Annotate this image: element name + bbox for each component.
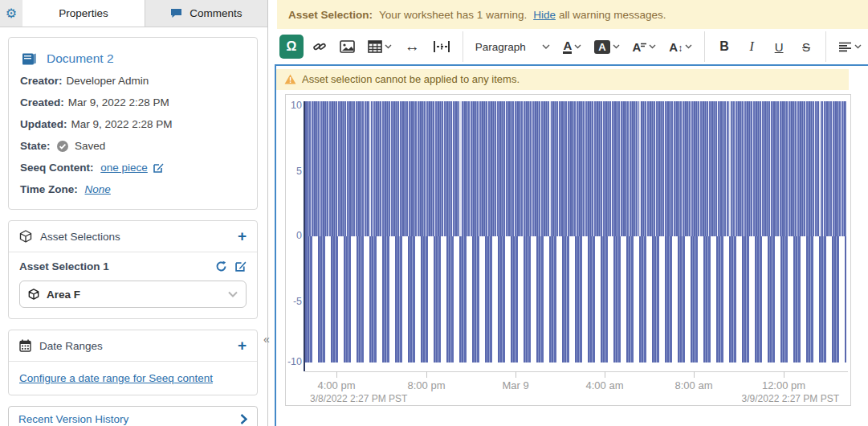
chevron-down-icon bbox=[385, 44, 392, 49]
edit-asset-selection-icon[interactable] bbox=[235, 260, 247, 272]
align-left-icon bbox=[838, 42, 852, 52]
x-tick bbox=[516, 371, 516, 378]
x-tick-label: 8:00 pm bbox=[408, 379, 446, 391]
text-align-button[interactable] bbox=[834, 35, 866, 59]
selected-asset-label: Area F bbox=[47, 289, 80, 301]
cube-icon bbox=[19, 230, 32, 243]
created-value: Mar 9, 2022 2:28 PM bbox=[68, 96, 169, 109]
worksheet-warning-bar: Asset Selection: Your worksheet has 1 wa… bbox=[277, 0, 868, 29]
table-icon bbox=[368, 40, 382, 53]
font-family-button[interactable]: A bbox=[629, 35, 661, 59]
chevron-down-icon bbox=[613, 44, 620, 49]
image-icon bbox=[340, 40, 355, 53]
time-zone-row: Time Zone: None bbox=[20, 182, 246, 196]
underline-button[interactable]: U bbox=[768, 35, 790, 59]
signal-plot-upper bbox=[305, 101, 846, 236]
font-color-button[interactable]: A bbox=[559, 35, 585, 59]
chevron-down-icon bbox=[574, 44, 581, 49]
italic-button[interactable]: I bbox=[740, 35, 763, 59]
warning-triangle-icon bbox=[284, 74, 296, 84]
paragraph-style-dropdown[interactable]: Paragraph bbox=[471, 35, 555, 59]
updated-value: Mar 9, 2022 2:28 PM bbox=[71, 118, 173, 130]
toolbar-separator bbox=[704, 31, 705, 62]
time-zone-label: Time Zone: bbox=[20, 183, 78, 195]
document-editor[interactable]: Asset selection cannot be applied to any… bbox=[275, 64, 868, 426]
fixed-width-button[interactable]: ↔ bbox=[401, 35, 424, 59]
gear-icon: ⚙ bbox=[6, 6, 17, 21]
y-tick-label: -10 bbox=[286, 356, 302, 367]
trend-chart: 10 5 0 -5 -10 4:00 pm 8:00 pm Mar 9 4:00… bbox=[285, 94, 851, 406]
add-date-range-button[interactable]: + bbox=[238, 339, 247, 352]
asset-select-dropdown[interactable]: Area F bbox=[19, 281, 247, 308]
range-start-timestamp: 3/8/2022 2:27 PM PST bbox=[310, 393, 407, 404]
insert-table-button[interactable] bbox=[364, 35, 396, 59]
highlight-color-button[interactable]: A bbox=[590, 35, 623, 59]
bold-button[interactable]: B bbox=[713, 35, 736, 59]
x-tick bbox=[336, 371, 337, 378]
time-zone-link[interactable]: None bbox=[85, 183, 111, 195]
range-end-timestamp: 3/9/2022 2:27 PM PST bbox=[742, 393, 839, 404]
font-family-icon: A bbox=[633, 40, 647, 54]
seeq-content-label: Seeq Content: bbox=[20, 162, 94, 174]
arrows-horizontal-icon: ↔ bbox=[405, 38, 420, 55]
y-tick-label: 10 bbox=[286, 100, 302, 111]
signal-plot-lower bbox=[305, 236, 846, 363]
y-tick-label: -5 bbox=[286, 296, 302, 307]
highlight-color-icon: A bbox=[594, 40, 609, 54]
warning-message: Your worksheet has 1 warning. bbox=[379, 9, 527, 21]
document-card: Document 2 Creator:Developer Admin Creat… bbox=[8, 37, 258, 210]
add-asset-selection-button[interactable]: + bbox=[238, 230, 247, 243]
x-tick-label: 4:00 pm bbox=[318, 379, 356, 391]
x-axis-line bbox=[305, 371, 848, 372]
chevron-down-icon bbox=[228, 291, 238, 297]
sidebar-collapse-handle[interactable]: « bbox=[263, 333, 270, 346]
page-break-button[interactable] bbox=[429, 35, 454, 59]
x-tick-label: 12:00 pm bbox=[762, 379, 805, 391]
strikethrough-button[interactable]: S bbox=[795, 35, 817, 59]
asset-cube-icon bbox=[28, 289, 39, 300]
creator-label: Creator: bbox=[20, 75, 63, 87]
updated-label: Updated: bbox=[20, 118, 67, 130]
tab-comments-label: Comments bbox=[189, 7, 242, 19]
editor-toolbar: Ω ↔ bbox=[268, 29, 868, 64]
x-tick-label: Mar 9 bbox=[502, 379, 528, 391]
insert-link-button[interactable] bbox=[308, 35, 331, 59]
asset-selection-warning: Asset selection cannot be applied to any… bbox=[276, 69, 849, 90]
sidebar-body: Document 2 Creator:Developer Admin Creat… bbox=[0, 27, 267, 426]
y-tick-label: 0 bbox=[286, 230, 302, 241]
chevron-down-icon bbox=[854, 44, 862, 49]
tab-comments[interactable]: Comments bbox=[145, 0, 267, 27]
edit-seeq-content-icon[interactable] bbox=[153, 162, 164, 173]
comment-bubble-icon bbox=[170, 8, 182, 18]
seeq-logo-icon: Ω bbox=[287, 39, 297, 54]
date-ranges-title: Date Ranges bbox=[39, 340, 103, 352]
toolbar-separator bbox=[825, 31, 826, 62]
chevron-down-icon bbox=[542, 44, 550, 50]
page-break-icon bbox=[433, 40, 450, 53]
refresh-asset-selection-icon[interactable] bbox=[215, 260, 227, 272]
created-row: Created:Mar 9, 2022 2:28 PM bbox=[20, 96, 246, 109]
date-ranges-card: Date Ranges + Configure a date range for… bbox=[8, 330, 258, 395]
asset-selection-name: Asset Selection 1 bbox=[19, 260, 109, 272]
settings-gear-button[interactable]: ⚙ bbox=[0, 0, 22, 27]
creator-row: Creator:Developer Admin bbox=[20, 74, 246, 88]
seeq-organizer-window: ⚙ Properties Comments Document 2 bbox=[0, 0, 868, 426]
calendar-icon bbox=[19, 339, 31, 352]
insert-image-button[interactable] bbox=[336, 35, 359, 59]
toolbar-separator bbox=[463, 31, 463, 62]
configure-date-range-link[interactable]: Configure a date range for Seeq content bbox=[9, 362, 257, 395]
tab-properties-label: Properties bbox=[59, 7, 108, 19]
asset-selection-warning-text: Asset selection cannot be applied to any… bbox=[302, 73, 520, 85]
tab-properties[interactable]: Properties bbox=[22, 0, 145, 27]
x-tick bbox=[605, 371, 605, 378]
seeq-content-link[interactable]: one piece bbox=[100, 162, 148, 174]
warning-prefix: Asset Selection: bbox=[288, 9, 373, 21]
recent-version-history-button[interactable]: Recent Version History bbox=[8, 406, 258, 426]
chevron-right-icon bbox=[240, 414, 247, 424]
font-size-button[interactable]: A↕ bbox=[665, 35, 696, 59]
insert-seeq-content-button[interactable]: Ω bbox=[279, 35, 304, 59]
recent-version-history-label: Recent Version History bbox=[18, 413, 128, 425]
x-tick bbox=[694, 371, 695, 378]
state-value: Saved bbox=[75, 140, 105, 152]
hide-warnings-link[interactable]: Hide bbox=[533, 9, 556, 21]
